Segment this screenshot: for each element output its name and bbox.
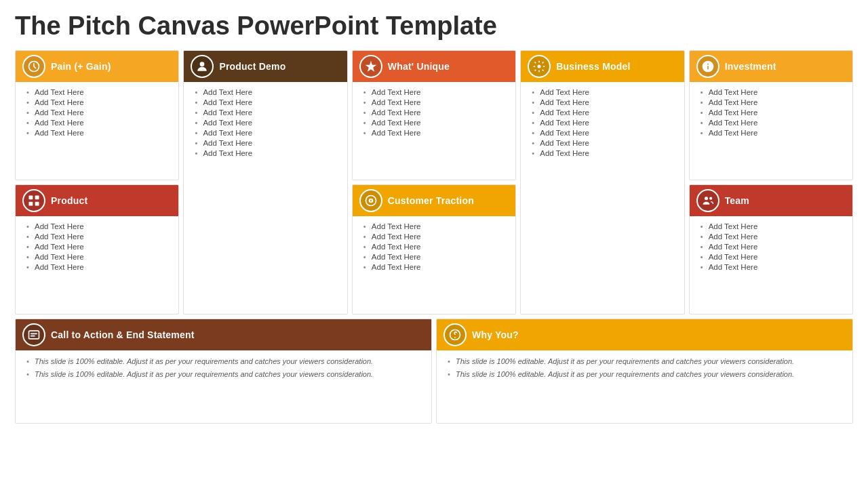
cta-body: This slide is 100% editable. Adjust it a… <box>16 350 431 423</box>
why-title: Why You? <box>472 329 519 340</box>
svg-rect-2 <box>35 195 39 199</box>
card-team-header: Team <box>690 185 852 216</box>
list-item: Add Text Here <box>701 118 846 128</box>
demo-title: Product Demo <box>219 61 285 72</box>
canvas-grid: Pain (+ Gain) Add Text Here Add Text Her… <box>15 50 853 314</box>
cta-list: This slide is 100% editable. Adjust it a… <box>26 356 425 381</box>
list-item: Add Text Here <box>26 232 172 242</box>
list-item: Add Text Here <box>26 87 172 98</box>
list-item: Add Text Here <box>363 222 509 232</box>
list-item: Add Text Here <box>532 87 677 98</box>
list-item: Add Text Here <box>701 87 846 98</box>
why-icon <box>443 323 467 346</box>
svg-point-11 <box>709 197 712 199</box>
list-item: Add Text Here <box>363 128 509 138</box>
list-item: Add Text Here <box>195 98 340 108</box>
card-product-header: Product <box>16 185 178 216</box>
col-3: What' Unique Add Text Here Add Text Here… <box>352 50 516 314</box>
list-item: Add Text Here <box>26 108 172 118</box>
card-unique: What' Unique Add Text Here Add Text Here… <box>352 50 516 180</box>
traction-body: Add Text Here Add Text Here Add Text Her… <box>353 216 515 314</box>
investment-title: Investment <box>725 61 776 72</box>
list-item: Add Text Here <box>363 262 509 272</box>
list-item: Add Text Here <box>532 138 677 148</box>
page-title: The Pitch Canvas PowerPoint Template <box>15 12 853 41</box>
card-business: Business Model Add Text Here Add Text He… <box>520 50 684 314</box>
team-icon <box>696 189 719 212</box>
list-item: Add Text Here <box>532 148 677 159</box>
list-item: Add Text Here <box>532 108 677 118</box>
list-item: Add Text Here <box>532 128 677 138</box>
bottom-section: Call to Action & End Statement This slid… <box>15 319 853 424</box>
business-title: Business Model <box>556 61 630 72</box>
list-item: This slide is 100% editable. Adjust it a… <box>448 356 846 368</box>
list-item: Add Text Here <box>195 128 340 138</box>
list-item: This slide is 100% editable. Adjust it a… <box>26 356 425 368</box>
list-item: Add Text Here <box>195 108 340 118</box>
business-list: Add Text Here Add Text Here Add Text Her… <box>532 87 677 159</box>
list-item: Add Text Here <box>26 252 172 262</box>
svg-rect-1 <box>29 195 33 199</box>
list-item: Add Text Here <box>26 222 172 232</box>
list-item: Add Text Here <box>363 98 509 108</box>
card-pain: Pain (+ Gain) Add Text Here Add Text Her… <box>15 50 179 180</box>
unique-list: Add Text Here Add Text Here Add Text Her… <box>363 87 509 138</box>
why-list: This slide is 100% editable. Adjust it a… <box>448 356 846 381</box>
card-traction: Customer Traction Add Text Here Add Text… <box>352 184 516 314</box>
pain-body: Add Text Here Add Text Here Add Text Her… <box>16 82 178 180</box>
list-item: Add Text Here <box>701 262 846 272</box>
list-item: This slide is 100% editable. Adjust it a… <box>448 368 846 380</box>
card-team: Team Add Text Here Add Text Here Add Tex… <box>689 184 853 314</box>
card-unique-header: What' Unique <box>353 51 515 82</box>
list-item: Add Text Here <box>26 118 172 128</box>
card-investment: Investment Add Text Here Add Text Here A… <box>689 50 853 180</box>
list-item: Add Text Here <box>363 252 509 262</box>
list-item: This slide is 100% editable. Adjust it a… <box>26 368 425 380</box>
list-item: Add Text Here <box>26 262 172 272</box>
pain-list: Add Text Here Add Text Here Add Text Her… <box>26 87 172 138</box>
col-4: Business Model Add Text Here Add Text He… <box>520 50 684 314</box>
demo-body: Add Text Here Add Text Here Add Text Her… <box>184 82 347 314</box>
svg-rect-4 <box>35 201 39 205</box>
unique-icon <box>359 55 382 78</box>
col-2: Product Demo Add Text Here Add Text Here… <box>183 50 347 314</box>
list-item: Add Text Here <box>363 232 509 242</box>
svg-point-8 <box>370 200 372 202</box>
why-body: This slide is 100% editable. Adjust it a… <box>437 350 852 423</box>
list-item: Add Text Here <box>532 98 677 108</box>
business-icon <box>528 55 551 78</box>
card-why: Why You? This slide is 100% editable. Ad… <box>436 319 853 424</box>
list-item: Add Text Here <box>363 87 509 98</box>
traction-title: Customer Traction <box>388 195 474 206</box>
cta-icon <box>22 323 45 346</box>
demo-list: Add Text Here Add Text Here Add Text Her… <box>195 87 340 159</box>
card-product-demo: Product Demo Add Text Here Add Text Here… <box>183 50 347 314</box>
product-title: Product <box>51 195 87 206</box>
svg-point-5 <box>200 62 205 66</box>
list-item: Add Text Here <box>26 242 172 252</box>
product-icon <box>22 189 45 212</box>
list-item: Add Text Here <box>195 87 340 98</box>
cta-title: Call to Action & End Statement <box>51 329 195 340</box>
investment-icon <box>696 55 719 78</box>
team-body: Add Text Here Add Text Here Add Text Her… <box>690 216 852 314</box>
card-traction-header: Customer Traction <box>353 185 515 216</box>
list-item: Add Text Here <box>701 108 846 118</box>
list-item: Add Text Here <box>26 128 172 138</box>
card-pain-header: Pain (+ Gain) <box>16 51 178 82</box>
svg-rect-3 <box>29 201 33 205</box>
col-1: Pain (+ Gain) Add Text Here Add Text Her… <box>15 50 179 314</box>
card-cta-header: Call to Action & End Statement <box>16 319 431 350</box>
col-5: Investment Add Text Here Add Text Here A… <box>689 50 853 314</box>
list-item: Add Text Here <box>701 232 846 242</box>
card-business-header: Business Model <box>521 51 684 82</box>
list-item: Add Text Here <box>195 118 340 128</box>
traction-icon <box>359 189 382 212</box>
team-list: Add Text Here Add Text Here Add Text Her… <box>701 222 846 272</box>
list-item: Add Text Here <box>195 138 340 148</box>
list-item: Add Text Here <box>195 148 340 159</box>
svg-rect-12 <box>29 331 39 339</box>
investment-body: Add Text Here Add Text Here Add Text Her… <box>690 82 852 180</box>
list-item: Add Text Here <box>701 222 846 232</box>
list-item: Add Text Here <box>701 98 846 108</box>
